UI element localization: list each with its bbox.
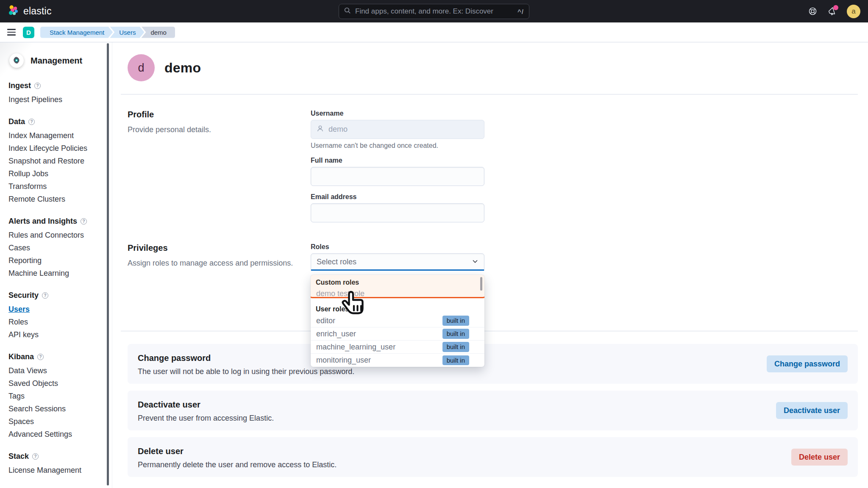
roles-combobox[interactable]: Select roles: [311, 253, 484, 271]
question-circle-icon: ?: [32, 453, 39, 460]
management-sidebar: Management Ingest? Ingest Pipelines Data…: [0, 42, 112, 488]
dropdown-option-monitoring-user[interactable]: monitoring_user built in: [311, 354, 484, 367]
sidebar-item-machine-learning[interactable]: Machine Learning: [8, 267, 100, 280]
search-icon: [344, 7, 351, 16]
sidebar-item-remote-clusters[interactable]: Remote Clusters: [8, 193, 100, 205]
delete-user-button[interactable]: Delete user: [791, 449, 848, 466]
sidebar-item-rollup-jobs[interactable]: Rollup Jobs: [8, 167, 100, 180]
sidebar-item-reporting[interactable]: Reporting: [8, 254, 100, 267]
sidebar-item-users[interactable]: Users: [8, 303, 100, 316]
privileges-description: Assign roles to manage access and permis…: [128, 259, 311, 268]
privileges-heading: Privileges: [128, 243, 311, 253]
chevron-down-icon: [472, 258, 479, 266]
dropdown-option-demo-test-role[interactable]: demo test role: [311, 288, 484, 300]
sidebar-item-transforms[interactable]: Transforms: [8, 180, 100, 193]
option-label: demo test role: [316, 289, 364, 298]
profile-heading: Profile: [128, 110, 311, 119]
breadcrumb-demo: demo: [141, 27, 175, 38]
dropdown-option-enrich-user[interactable]: enrich_user built in: [311, 327, 484, 341]
user-menu-avatar[interactable]: a: [847, 5, 860, 18]
breadcrumb-stack-management[interactable]: Stack Management: [40, 27, 113, 38]
deactivate-user-button[interactable]: Deactivate user: [776, 402, 848, 419]
nav-section-data: Data? Index Management Index Lifecycle P…: [8, 117, 100, 205]
sidebar-item-spaces[interactable]: Spaces: [8, 415, 100, 428]
dropdown-group-header-user-roles: User roles: [311, 300, 484, 314]
sidebar-item-ingest-pipelines[interactable]: Ingest Pipelines: [8, 93, 100, 106]
nav-section-stack: Stack? License Management: [8, 452, 100, 477]
breadcrumb: Stack Management Users demo: [40, 27, 175, 38]
sidebar-item-api-keys[interactable]: API keys: [8, 328, 100, 341]
built-in-badge: built in: [442, 342, 469, 352]
sidebar-item-index-lifecycle-policies[interactable]: Index Lifecycle Policies: [8, 142, 100, 155]
change-password-description: The user will not be able to log in usin…: [138, 367, 848, 376]
question-circle-icon: ?: [28, 119, 35, 125]
sidebar-item-roles[interactable]: Roles: [8, 316, 100, 328]
question-circle-icon: ?: [34, 83, 41, 89]
sidebar-item-index-management[interactable]: Index Management: [8, 129, 100, 142]
nav-header-label: Data: [8, 117, 25, 126]
sidebar-item-tags[interactable]: Tags: [8, 390, 100, 402]
nav-section-kibana: Kibana? Data Views Saved Objects Tags Se…: [8, 352, 100, 441]
username-value: demo: [328, 125, 348, 134]
nav-header-label: Stack: [8, 452, 29, 461]
question-circle-icon: ?: [81, 218, 87, 225]
sidebar-scrollbar[interactable]: [107, 43, 109, 485]
elastic-logo-icon: [8, 5, 19, 18]
nav-header-label: Alerts and Insights: [8, 217, 77, 226]
sidebar-item-cases[interactable]: Cases: [8, 241, 100, 254]
menu-icon[interactable]: [6, 27, 17, 38]
nav-section-security: Security? Users Roles API keys: [8, 291, 100, 341]
sidebar-item-rules-and-connectors[interactable]: Rules and Connectors: [8, 229, 100, 241]
delete-user-description: Permanently delete the user and remove a…: [138, 460, 848, 469]
page-header: d demo: [128, 54, 858, 81]
question-circle-icon: ?: [42, 292, 48, 299]
deactivate-user-description: Prevent the user from accessing Elastic.: [138, 414, 848, 423]
newsfeed-icon[interactable]: [827, 7, 837, 16]
user-icon: [317, 125, 324, 134]
header-divider: [121, 94, 858, 94]
username-field: demo: [311, 120, 484, 139]
sidebar-title: Management: [31, 56, 82, 66]
elastic-stack-management-users-page: elastic ^/: [0, 0, 868, 488]
change-password-heading: Change password: [138, 353, 848, 363]
sidebar-item-snapshot-and-restore[interactable]: Snapshot and Restore: [8, 155, 100, 167]
sidebar-item-advanced-settings[interactable]: Advanced Settings: [8, 428, 100, 441]
breadcrumb-bar: D Stack Management Users demo: [0, 22, 868, 42]
help-icon[interactable]: [808, 7, 817, 16]
privileges-section: Privileges Assign roles to manage access…: [128, 243, 858, 271]
sidebar-item-license-management[interactable]: License Management: [8, 464, 100, 477]
elastic-brand[interactable]: elastic: [8, 5, 52, 18]
nav-section-ingest: Ingest? Ingest Pipelines: [8, 81, 100, 106]
option-label: enrich_user: [316, 330, 356, 338]
username-help-text: Username can't be changed once created.: [311, 142, 484, 150]
sidebar-item-data-views[interactable]: Data Views: [8, 364, 100, 377]
deactivate-user-panel: Deactivate user Prevent the user from ac…: [128, 391, 858, 430]
dropdown-option-editor[interactable]: editor built in: [311, 314, 484, 327]
gear-icon: [9, 53, 24, 68]
option-label: editor: [316, 316, 335, 325]
dropdown-option-machine-learning-user[interactable]: machine_learning_user built in: [311, 341, 484, 354]
sidebar-item-search-sessions[interactable]: Search Sessions: [8, 402, 100, 415]
search-shortcut-hint: ^/: [517, 8, 524, 15]
full-name-label: Full name: [311, 157, 484, 164]
nav-section-alerts: Alerts and Insights? Rules and Connector…: [8, 217, 100, 280]
search-input[interactable]: [355, 7, 513, 16]
page-title: demo: [164, 60, 201, 76]
roles-dropdown: Custom roles demo test role User roles e…: [311, 275, 484, 367]
change-password-button[interactable]: Change password: [767, 355, 848, 372]
deactivate-user-heading: Deactivate user: [138, 400, 848, 410]
breadcrumb-users[interactable]: Users: [110, 27, 144, 38]
delete-user-panel: Delete user Permanently delete the user …: [128, 437, 858, 477]
profile-description: Provide personal details.: [128, 125, 311, 134]
dropdown-scrollbar[interactable]: [480, 277, 482, 291]
email-field[interactable]: [311, 203, 484, 222]
full-name-input[interactable]: [311, 167, 484, 186]
nav-header-label: Security: [8, 291, 39, 300]
notification-dot: [833, 5, 838, 10]
brand-name: elastic: [23, 6, 52, 17]
deployment-badge[interactable]: D: [23, 27, 34, 38]
global-search[interactable]: ^/: [339, 4, 529, 19]
profile-section: Profile Provide personal details. Userna…: [128, 110, 858, 230]
nav-header-label: Kibana: [8, 352, 34, 361]
sidebar-item-saved-objects[interactable]: Saved Objects: [8, 377, 100, 390]
